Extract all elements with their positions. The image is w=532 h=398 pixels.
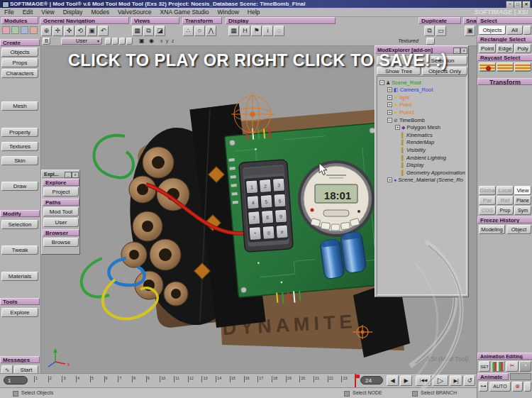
duplicate-icon[interactable]: ⧉ (424, 26, 435, 36)
expand-icon[interactable]: + (387, 110, 392, 115)
characters-button[interactable]: Characters (1, 69, 38, 78)
menu-edit[interactable]: Edit (18, 8, 38, 17)
tree-item-label[interactable]: Display (406, 162, 424, 168)
modify-section-header[interactable]: Modify (0, 210, 40, 217)
collapse-icon[interactable]: − (379, 80, 384, 85)
timeline-tick-17[interactable]: 17 (257, 376, 263, 382)
tree-item-display[interactable]: ▌Display (395, 162, 424, 169)
loop-button[interactable]: ↺ (464, 375, 475, 386)
timeline-tick-6[interactable]: 6 (104, 376, 108, 382)
modexplorer-close[interactable]: x (460, 48, 467, 54)
memo-cam-1[interactable] (105, 38, 111, 45)
axis-y-label[interactable]: y (166, 38, 168, 45)
props-button[interactable]: Props (1, 58, 38, 67)
timeline-tick-10[interactable]: 10 (160, 376, 165, 382)
go-to-end-button[interactable]: ▶| (450, 375, 462, 386)
set-key-button[interactable]: SET (479, 361, 490, 372)
info-icon[interactable]: i (262, 26, 273, 36)
create-section-header[interactable]: Create (0, 39, 40, 46)
rotate-icon[interactable]: ○ (194, 26, 205, 36)
plane-button[interactable]: Plane (514, 196, 531, 205)
tree-item-polygon-mesh[interactable]: +◆Polygon Mesh (395, 124, 440, 131)
raycast-edge-button[interactable] (497, 62, 514, 72)
modexplorer-panel[interactable]: ModExplorer [add-on] _ x Selection Show … (375, 45, 469, 297)
tree-item-label[interactable]: Polygon Mesh (406, 124, 440, 131)
menu-valvesource[interactable]: ValveSource (113, 8, 156, 17)
hide-icon[interactable]: H (240, 26, 250, 36)
timeline-tick-12[interactable]: 12 (188, 376, 194, 382)
mod-tool-button[interactable]: Mod Tool (43, 207, 79, 216)
scale-icon[interactable]: ⋀ (206, 26, 216, 36)
toolbar-section-general-navigation[interactable]: General Navigation (40, 17, 129, 24)
grid-icon[interactable]: ▦ (228, 26, 239, 36)
maximize-button[interactable]: □ (514, 1, 522, 8)
expand-icon[interactable]: + (387, 95, 392, 100)
collapse-icon[interactable]: − (387, 118, 392, 123)
skin-button[interactable]: Skin (1, 156, 38, 165)
module-square-2[interactable] (11, 26, 19, 34)
sym-button[interactable]: Sym (514, 206, 531, 215)
ghost-icon[interactable]: ◔ (519, 361, 531, 372)
prop-button[interactable]: Prop (497, 206, 514, 215)
keyable-params-icon[interactable] (492, 361, 504, 372)
instance-icon[interactable]: ▭ (436, 26, 446, 36)
timeline-tick-23[interactable]: 23 (341, 376, 347, 382)
tree-item-camera-root[interactable]: +◧Camera_Root (387, 87, 433, 94)
object-button[interactable]: Object (506, 225, 531, 234)
timeline-tick-14[interactable]: 14 (216, 376, 221, 382)
camera-icon[interactable]: ▣ (139, 38, 145, 45)
menu-file[interactable]: File (0, 8, 18, 17)
tree-item-label[interactable]: Geometry Approximation (406, 170, 465, 176)
freeze-history-header[interactable]: Freeze History (477, 216, 532, 223)
point-button[interactable]: Point (479, 44, 496, 53)
par-button[interactable]: Par (479, 196, 496, 205)
tree-item-label[interactable]: TimeBomb (399, 117, 425, 123)
tree-item-light[interactable]: +☀light (387, 94, 409, 101)
start-frame-field[interactable]: 1 (4, 376, 28, 385)
timeline-tick-22[interactable]: 22 (328, 376, 333, 382)
axis-z-label[interactable]: z (172, 38, 174, 45)
timeline-tick-9[interactable]: 9 (146, 376, 150, 382)
timeline-tick-18[interactable]: 18 (272, 376, 277, 382)
toolbar-section-views[interactable]: Views (131, 17, 179, 24)
ref-button[interactable]: Ref (497, 196, 514, 205)
timeline-tick-3[interactable]: 3 (62, 376, 65, 382)
tree-item-label[interactable]: light (399, 94, 409, 101)
camera-view-dropdown[interactable]: User ▼ (61, 38, 102, 45)
remove-anim-icon[interactable]: ⊗ (512, 382, 523, 392)
viewport-letter-button[interactable]: B (43, 38, 50, 45)
go-to-start-button[interactable]: |◀◀ (416, 375, 431, 386)
tree-item-label[interactable]: Scene_Material (Scene_Ro (398, 177, 463, 183)
key-icon[interactable]: ⊶ (479, 382, 488, 392)
tree-item-ambient-lighting[interactable]: ▌Ambient Lighting (395, 154, 446, 161)
raycast-point-button[interactable] (479, 62, 496, 72)
scene-tree[interactable]: −♟Scene_Root+◧Camera_Root+☀light+★Point+… (377, 76, 467, 295)
display-mode-button[interactable] (426, 38, 435, 45)
tree-item-point[interactable]: +★Point (387, 101, 411, 109)
explore-button[interactable]: Explore (1, 308, 38, 317)
timeline-tick-7[interactable]: 7 (118, 376, 121, 382)
play-button[interactable]: ▷ (433, 375, 448, 386)
module-square-3[interactable] (21, 26, 28, 34)
browse-button[interactable]: Browse (43, 238, 79, 247)
tree-item-kinematics[interactable]: ▌Kinematics (395, 131, 433, 138)
frame-all-icon[interactable]: ⟲ (75, 26, 86, 36)
tree-item-label[interactable]: Kinematics (406, 132, 433, 138)
tree-item-scene-root[interactable]: −♟Scene_Root (379, 79, 421, 86)
animate-field[interactable] (510, 373, 531, 380)
explorer-minimize[interactable]: _ (65, 172, 72, 178)
timeline-tick-8[interactable]: 8 (132, 376, 135, 382)
current-frame-field[interactable]: 24 (360, 376, 383, 385)
snap-icon[interactable]: ▣ (465, 26, 475, 36)
digital-timer[interactable]: 18:01 (298, 160, 375, 237)
raycast-select-header[interactable]: Raycast Select (477, 54, 532, 61)
tools-section-header[interactable]: Tools (0, 298, 40, 305)
playhead-flag-icon[interactable] (356, 375, 360, 378)
tree-item-rendermap[interactable]: ▌RenderMap (395, 139, 434, 146)
shaded-icon[interactable]: ◪ (155, 26, 165, 36)
messages-section-header[interactable]: Messages (0, 356, 40, 363)
center-icon[interactable]: ◌ (274, 26, 284, 36)
local-button[interactable]: Local (497, 186, 514, 195)
tree-item-label[interactable]: Scene_Root (392, 79, 421, 86)
user-button[interactable]: User (43, 218, 79, 227)
